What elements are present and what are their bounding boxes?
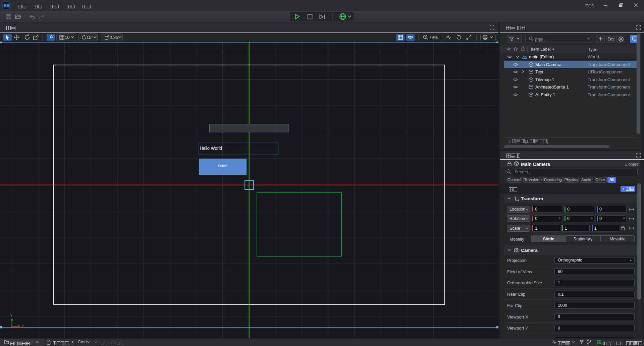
svg-text:X: X (21, 324, 24, 329)
svg-text:Hello World: Hello World (200, 145, 222, 151)
svg-text:Y: Y (10, 313, 13, 318)
svg-text:Button: Button (218, 164, 227, 168)
